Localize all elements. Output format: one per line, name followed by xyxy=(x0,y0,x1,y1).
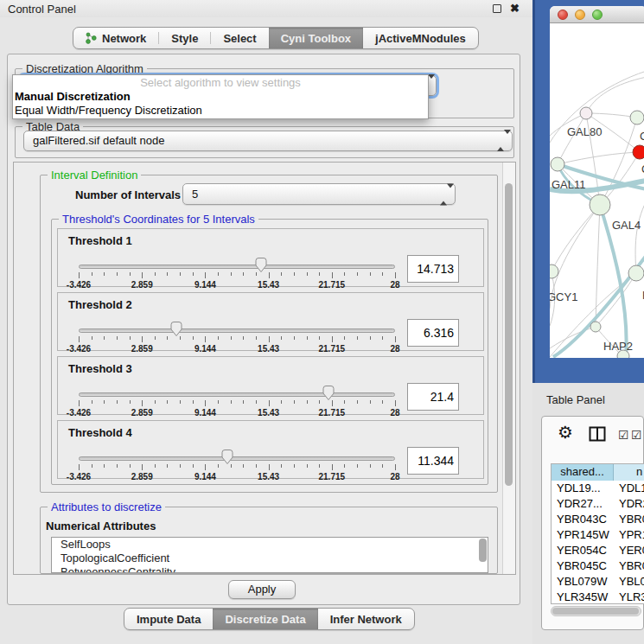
cell-name[interactable]: YLR3 xyxy=(619,590,644,604)
tick-mark xyxy=(205,336,206,342)
tab-infer-network[interactable]: Infer Network xyxy=(318,609,414,629)
tab-jactivemnodules[interactable]: jActiveMNodules xyxy=(363,28,478,48)
network-graph: GAL80GCGAL11GAL4GCY1HHAP2 xyxy=(550,23,644,358)
threshold-slider[interactable]: -3.4262.8599.14415.4321.71528 xyxy=(79,449,395,478)
cell-name[interactable]: YDR2 xyxy=(619,496,644,512)
threshold-value-field[interactable]: 6.316 xyxy=(407,319,459,347)
network-window-titlebar[interactable] xyxy=(550,6,644,23)
zoom-traffic-light[interactable] xyxy=(592,10,603,20)
numerical-attributes-label: Numerical Attributes xyxy=(46,520,156,532)
float-panel-icon[interactable] xyxy=(493,4,501,13)
tick-label: 21.715 xyxy=(319,344,346,354)
slider-track[interactable] xyxy=(79,328,395,333)
tick-mark xyxy=(370,400,371,404)
apply-button[interactable]: Apply xyxy=(228,580,296,599)
cell-shared-name[interactable]: YLR345W xyxy=(557,590,608,604)
tick-label: 9.144 xyxy=(194,344,216,354)
tick-mark xyxy=(130,336,131,340)
slider-track[interactable] xyxy=(79,456,395,461)
close-icon[interactable]: ✖ xyxy=(510,2,520,15)
vertical-scrollbar[interactable] xyxy=(502,163,515,574)
slider-track[interactable] xyxy=(79,265,395,269)
network-icon xyxy=(86,32,97,44)
node-GAL4[interactable] xyxy=(590,194,610,215)
threshold-label: Threshold 3 xyxy=(68,362,132,375)
tick-label: 28 xyxy=(390,280,399,290)
node-red-node[interactable] xyxy=(633,145,644,159)
checkbox-icon[interactable]: ☑ xyxy=(631,428,642,442)
table-row[interactable]: YBR043CYBR0 xyxy=(552,512,644,527)
attribute-list-item[interactable]: TopologicalCoefficient xyxy=(52,552,488,565)
scrollbar-thumb[interactable] xyxy=(552,608,639,615)
cell-shared-name[interactable]: YDR27... xyxy=(557,496,603,512)
list-scrollbar[interactable] xyxy=(479,539,487,562)
number-of-intervals-combobox[interactable]: 5 xyxy=(182,183,456,205)
tab-network[interactable]: Network xyxy=(73,28,158,48)
horizontal-scrollbar[interactable] xyxy=(551,606,641,616)
cell-shared-name[interactable]: YBR043C xyxy=(557,512,607,527)
node-GAL11[interactable] xyxy=(551,157,564,171)
tab-impute-data[interactable]: Impute Data xyxy=(124,609,213,629)
edge xyxy=(596,273,636,327)
cell-shared-name[interactable]: YPR145W xyxy=(557,527,609,543)
popup-item-manual-discretization[interactable]: Manual Discretization xyxy=(13,90,428,104)
tab-cyni-toolbox[interactable]: Cyni Toolbox xyxy=(269,28,363,48)
tab-discretize-data[interactable]: Discretize Data xyxy=(213,609,317,629)
table-row[interactable]: YBL079WYBL0 xyxy=(552,574,644,590)
threshold-value-field[interactable]: 11.344 xyxy=(407,447,459,475)
node-HAP2[interactable] xyxy=(590,322,601,332)
slider-thumb[interactable] xyxy=(170,322,183,337)
cell-name[interactable]: YBL0 xyxy=(619,574,644,590)
slider-thumb[interactable] xyxy=(221,450,234,465)
node-GAL80[interactable] xyxy=(580,107,592,119)
threshold-row: Threshold 2-3.4262.8599.14415.4321.71528… xyxy=(57,292,484,351)
cell-name[interactable]: YBR0 xyxy=(619,558,644,574)
tab-style[interactable]: Style xyxy=(159,28,210,48)
table-row[interactable]: YER054CYER0 xyxy=(552,543,644,558)
node-node[interactable] xyxy=(630,111,644,124)
cell-shared-name[interactable]: YBR045C xyxy=(557,558,607,574)
tick-mark xyxy=(180,272,181,276)
table-row[interactable]: YBR045CYBR0 xyxy=(552,558,644,574)
cell-shared-name[interactable]: YBL079W xyxy=(557,574,608,590)
popup-item-equal-width-frequency[interactable]: Equal Width/Frequency Discretization xyxy=(13,104,428,118)
slider-thumb[interactable] xyxy=(255,258,268,273)
table-row[interactable]: YLR345WYLR3 xyxy=(552,590,644,604)
table-row[interactable]: YDR27...YDR2 xyxy=(552,496,644,512)
slider-thumb[interactable] xyxy=(322,386,335,401)
network-canvas[interactable]: GAL80GCGAL11GAL4GCY1HHAP2 xyxy=(550,23,644,358)
slider-track[interactable] xyxy=(79,392,395,397)
threshold-slider[interactable]: -3.4262.8599.14415.4321.71528 xyxy=(79,257,395,286)
scrollbar-thumb[interactable] xyxy=(505,183,513,486)
threshold-value-field[interactable]: 21.4 xyxy=(407,383,459,411)
column-header-shared-name[interactable]: shared... xyxy=(552,464,614,481)
cell-name[interactable]: YER0 xyxy=(619,543,644,558)
numerical-attributes-list[interactable]: SelfLoopsTopologicalCoefficientBetweenne… xyxy=(51,537,488,573)
columns-icon[interactable] xyxy=(589,426,606,442)
attribute-list-item[interactable]: BetweennessCentrality xyxy=(52,565,488,573)
tick-mark xyxy=(319,400,320,404)
attribute-list-item[interactable]: SelfLoops xyxy=(52,538,488,552)
cell-shared-name[interactable]: YER054C xyxy=(557,543,607,558)
table-row[interactable]: YDL19...YDL1 xyxy=(552,481,644,496)
close-traffic-light[interactable] xyxy=(558,10,568,20)
control-panel-titlebar: Control Panel ✖ xyxy=(0,0,532,17)
cell-shared-name[interactable]: YDL19... xyxy=(557,481,601,496)
settings-scrollpane: Interval Definition Number of Intervals … xyxy=(13,162,516,575)
threshold-slider[interactable]: -3.4262.8599.14415.4321.71528 xyxy=(79,385,395,414)
node-H[interactable] xyxy=(628,265,644,281)
minimize-traffic-light[interactable] xyxy=(575,10,585,20)
cell-name[interactable]: YDL1 xyxy=(619,481,644,496)
tick-mark xyxy=(92,400,92,404)
column-header-name[interactable]: n xyxy=(614,464,644,481)
checkbox-icon[interactable]: ☑ xyxy=(618,428,629,442)
tab-select[interactable]: Select xyxy=(211,28,268,48)
cell-name[interactable]: YPR1 xyxy=(619,527,644,543)
table-row[interactable]: YPR145WYPR1 xyxy=(552,527,644,543)
gear-icon[interactable]: ⚙ xyxy=(558,424,573,441)
table-data-combobox[interactable]: galFiltered.sif default node xyxy=(23,131,513,151)
threshold-slider[interactable]: -3.4262.8599.14415.4321.71528 xyxy=(79,321,395,350)
tick-mark xyxy=(243,464,244,468)
cell-name[interactable]: YBR0 xyxy=(619,512,644,527)
threshold-value-field[interactable]: 14.713 xyxy=(407,255,459,283)
